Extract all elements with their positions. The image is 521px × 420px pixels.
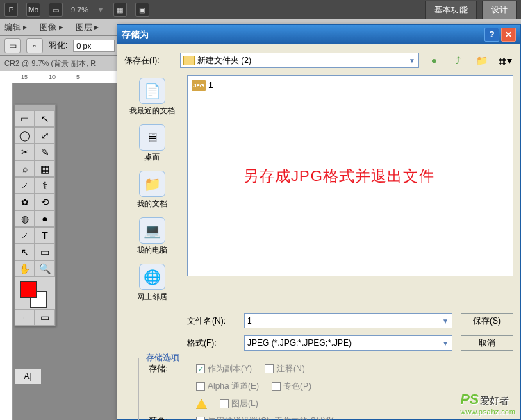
stamp-tool[interactable]: ⟋ bbox=[15, 177, 35, 194]
dialog-titlebar[interactable]: 存储为 ? ✕ bbox=[117, 25, 520, 44]
place-mycomputer[interactable]: 💻 我的电脑 bbox=[137, 217, 167, 255]
zoom-tool[interactable]: 🔍 bbox=[35, 260, 55, 277]
alpha-label: Alpha 通道(E) bbox=[208, 380, 259, 392]
brush-tool[interactable]: ▦ bbox=[35, 160, 55, 177]
ruler-vertical bbox=[0, 83, 13, 420]
format-combo[interactable]: JPEG (*.JPG;*.JPEG;*.JPE) ▼ bbox=[244, 335, 452, 351]
path-tool[interactable]: ↖ bbox=[15, 244, 35, 260]
eyedropper-tool[interactable]: ✎ bbox=[35, 144, 55, 160]
mycomputer-icon: 💻 bbox=[139, 217, 165, 244]
arrange-icon[interactable]: ▦ bbox=[113, 3, 127, 17]
place-network[interactable]: 🌐 网上邻居 bbox=[137, 264, 167, 302]
watermark-logo-cn: 爱好者 bbox=[480, 395, 509, 408]
ps-app-icon[interactable]: P bbox=[4, 3, 18, 17]
place-desktop[interactable]: 🖥 桌面 bbox=[139, 124, 165, 162]
place-mycomputer-label: 我的电脑 bbox=[137, 245, 167, 255]
format-label: 格式(F): bbox=[187, 337, 235, 349]
feather-input[interactable] bbox=[73, 40, 115, 52]
status-floater[interactable]: A| bbox=[14, 368, 42, 385]
shape-tool[interactable]: ▭ bbox=[35, 244, 55, 260]
jpg-icon: JPG bbox=[192, 80, 206, 91]
new-folder-button[interactable]: 📁 bbox=[473, 53, 490, 68]
help-button[interactable]: ? bbox=[484, 28, 499, 42]
storage-label: 存储: bbox=[149, 363, 183, 375]
chevron-down-icon: ▼ bbox=[442, 339, 449, 347]
blur-tool[interactable]: ◍ bbox=[15, 210, 35, 227]
menu-edit[interactable]: 编辑 ▸ bbox=[4, 22, 27, 33]
place-recent[interactable]: 📄 我最近的文档 bbox=[129, 78, 175, 116]
marquee-tool[interactable]: ▭ bbox=[15, 110, 35, 127]
warning-icon bbox=[196, 399, 207, 409]
design-button[interactable]: 设计 bbox=[482, 1, 517, 19]
basic-functions-button[interactable]: 基本功能 bbox=[425, 1, 477, 19]
views-button[interactable]: ▦▾ bbox=[497, 53, 513, 68]
toolbox-grip[interactable] bbox=[15, 105, 55, 110]
file-list[interactable]: JPG 1 另存成JPG格式并退出文件 bbox=[187, 75, 513, 276]
place-mydocs[interactable]: 📁 我的文档 bbox=[137, 171, 167, 209]
menu-layer[interactable]: 图层 ▸ bbox=[76, 22, 99, 33]
save-options-group: 存储选项 存储: ✓作为副本(Y) 注释(N) Alpha 通道(E) 专色(P… bbox=[138, 358, 506, 420]
place-desktop-label: 桌面 bbox=[139, 152, 165, 162]
wand-tool[interactable]: ⤢ bbox=[35, 127, 55, 144]
layers-label: 图层(L) bbox=[231, 398, 258, 410]
app-top-bar: P Mb ▭ 9.7% ▼ ▦ ▣ 基本功能 设计 bbox=[0, 0, 521, 19]
save-as-dialog: 存储为 ? ✕ 保存在(I): 新建文件夹 (2) ▼ ● ⤴ 📁 ▦▾ 📄 我… bbox=[117, 24, 521, 420]
screenmode-tool[interactable]: ▭ bbox=[35, 309, 55, 326]
toolbox-panel: ▭ ↖ ◯ ⤢ ✂ ✎ ⌕ ▦ ⟋ ⚕ ✿ ⟲ ◍ ● ⟋ T ↖ ▭ ✋ 🔍 … bbox=[14, 104, 56, 326]
save-in-value: 新建文件夹 (2) bbox=[197, 55, 251, 67]
healing-tool[interactable]: ⌕ bbox=[15, 160, 35, 177]
save-button[interactable]: 保存(S) bbox=[461, 313, 513, 328]
recent-icon: 📄 bbox=[139, 78, 165, 104]
spot-checkbox bbox=[272, 382, 281, 391]
color-swatch bbox=[15, 277, 55, 309]
as-copy-checkbox[interactable]: ✓ bbox=[196, 364, 205, 373]
close-button[interactable]: ✕ bbox=[501, 28, 516, 42]
file-item-name: 1 bbox=[208, 81, 213, 90]
watermark-logo-ps: PS bbox=[461, 392, 479, 408]
pen-tool[interactable]: ⟋ bbox=[15, 227, 35, 244]
annotation-text: 另存成JPG格式并退出文件 bbox=[243, 166, 435, 187]
screen-mode-icon[interactable]: ▭ bbox=[49, 3, 63, 17]
history-brush-tool[interactable]: ⚕ bbox=[35, 177, 55, 194]
zoom-level[interactable]: 9.7% bbox=[71, 6, 88, 14]
alpha-checkbox bbox=[196, 382, 205, 391]
feather-label: 羽化: bbox=[49, 40, 67, 51]
cancel-button[interactable]: 取消 bbox=[461, 335, 513, 351]
file-item[interactable]: JPG 1 bbox=[192, 80, 508, 91]
selection-new-icon[interactable]: ▫ bbox=[26, 38, 43, 53]
filename-input[interactable]: 1 ▼ bbox=[244, 313, 452, 328]
arrange2-icon[interactable]: ▣ bbox=[135, 3, 149, 17]
menu-image[interactable]: 图像 ▸ bbox=[40, 22, 63, 33]
hand-tool[interactable]: ✋ bbox=[15, 260, 35, 277]
lasso-tool[interactable]: ◯ bbox=[15, 127, 35, 144]
format-value: JPEG (*.JPG;*.JPEG;*.JPE) bbox=[247, 338, 352, 348]
filename-label: 文件名(N): bbox=[187, 315, 235, 327]
watermark-url: www.psahz.com bbox=[461, 408, 515, 416]
folder-icon bbox=[183, 56, 195, 65]
tool-preset-icon[interactable]: ▭ bbox=[4, 38, 21, 53]
nav-back-button[interactable]: ● bbox=[426, 53, 443, 68]
spot-label: 专色(P) bbox=[283, 380, 311, 392]
notes-label: 注释(N) bbox=[276, 363, 305, 375]
place-recent-label: 我最近的文档 bbox=[129, 106, 175, 116]
network-icon: 🌐 bbox=[139, 264, 165, 290]
nav-up-button[interactable]: ⤴ bbox=[449, 53, 466, 68]
proof-label: 使用校样设置(O): 工作中的 CMYK bbox=[208, 415, 334, 420]
eraser-tool[interactable]: ✿ bbox=[15, 194, 35, 210]
chevron-down-icon: ▼ bbox=[408, 57, 415, 65]
move-tool[interactable]: ↖ bbox=[35, 110, 55, 127]
as-copy-label: 作为副本(Y) bbox=[208, 363, 252, 375]
quickmask-tool[interactable]: ▫ bbox=[15, 309, 35, 326]
crop-tool[interactable]: ✂ bbox=[15, 144, 35, 160]
foreground-color[interactable] bbox=[20, 281, 37, 298]
save-options-title: 存储选项 bbox=[143, 352, 182, 364]
gradient-tool[interactable]: ⟲ bbox=[35, 194, 55, 210]
place-network-label: 网上邻居 bbox=[137, 292, 167, 302]
save-in-combo[interactable]: 新建文件夹 (2) ▼ bbox=[180, 53, 419, 68]
mydocs-icon: 📁 bbox=[139, 171, 165, 197]
type-tool[interactable]: T bbox=[35, 227, 55, 244]
dodge-tool[interactable]: ● bbox=[35, 210, 55, 227]
layers-checkbox bbox=[220, 399, 229, 408]
bridge-icon[interactable]: Mb bbox=[26, 3, 40, 17]
notes-checkbox bbox=[265, 364, 274, 373]
